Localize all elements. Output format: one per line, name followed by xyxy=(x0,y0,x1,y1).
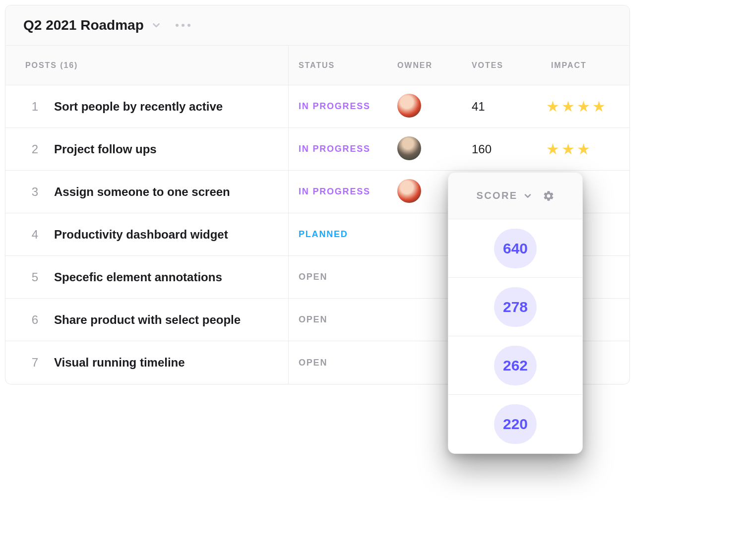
status-badge[interactable]: IN PROGRESS xyxy=(288,128,387,170)
owner-cell xyxy=(387,94,462,120)
avatar[interactable] xyxy=(397,136,421,160)
impact-stars: ★★★★ xyxy=(541,99,630,114)
card-header: Q2 2021 Roadmap xyxy=(5,5,629,46)
score-pill: 278 xyxy=(494,287,537,327)
post-cell: 6Share product with select people xyxy=(5,313,288,327)
post-title[interactable]: Sort people by recently active xyxy=(54,100,223,114)
score-pill: 640 xyxy=(494,229,537,268)
col-owner[interactable]: OWNER xyxy=(387,61,462,70)
post-title[interactable]: Visual running timeline xyxy=(54,356,185,370)
status-badge[interactable]: OPEN xyxy=(288,299,387,341)
star-icon: ★ xyxy=(561,142,575,157)
impact-stars: ★★★ xyxy=(541,142,630,157)
post-cell: 4Productivity dashboard widget xyxy=(5,228,288,242)
chevron-down-icon[interactable] xyxy=(151,20,162,31)
status-badge[interactable]: PLANNED xyxy=(288,213,387,255)
score-row[interactable]: 262 xyxy=(448,336,582,395)
star-icon: ★ xyxy=(546,142,559,157)
score-row[interactable]: 278 xyxy=(448,278,582,336)
post-cell: 1Sort people by recently active xyxy=(5,100,288,114)
avatar[interactable] xyxy=(397,179,421,203)
post-cell: 7Visual running timeline xyxy=(5,356,288,370)
post-title[interactable]: Specefic element annotations xyxy=(54,270,222,284)
avatar[interactable] xyxy=(397,94,421,118)
post-cell: 5Specefic element annotations xyxy=(5,270,288,284)
post-title[interactable]: Share product with select people xyxy=(54,313,241,327)
gear-icon[interactable] xyxy=(543,190,555,202)
star-icon: ★ xyxy=(546,99,559,114)
star-icon: ★ xyxy=(577,142,590,157)
more-menu-button[interactable] xyxy=(176,24,190,27)
col-status[interactable]: STATUS xyxy=(288,46,387,85)
score-row[interactable]: 640 xyxy=(448,219,582,278)
post-title[interactable]: Productivity dashboard widget xyxy=(54,228,228,242)
row-index: 5 xyxy=(12,270,38,284)
row-index: 2 xyxy=(12,142,38,156)
owner-cell xyxy=(387,136,462,162)
table-row[interactable]: 2Project follow upsIN PROGRESS160★★★ xyxy=(5,128,629,171)
score-pill: 220 xyxy=(494,404,537,444)
score-row[interactable]: 220 xyxy=(448,395,582,453)
score-pill: 262 xyxy=(494,346,537,385)
table-row[interactable]: 1Sort people by recently activeIN PROGRE… xyxy=(5,85,629,128)
post-cell: 3Assign someone to one screen xyxy=(5,185,288,199)
columns-header: POSTS (16) STATUS OWNER VOTES IMPACT xyxy=(5,46,629,85)
row-index: 1 xyxy=(12,100,38,114)
star-icon: ★ xyxy=(577,99,590,114)
status-badge[interactable]: OPEN xyxy=(288,256,387,298)
chevron-down-icon[interactable] xyxy=(523,191,533,201)
status-badge[interactable]: IN PROGRESS xyxy=(288,171,387,213)
star-icon: ★ xyxy=(592,99,606,114)
star-icon: ★ xyxy=(561,99,575,114)
score-popover-header: SCORE xyxy=(448,173,582,219)
post-cell: 2Project follow ups xyxy=(5,142,288,156)
col-posts[interactable]: POSTS (16) xyxy=(5,61,288,70)
row-index: 7 xyxy=(12,356,38,370)
page-title: Q2 2021 Roadmap xyxy=(23,17,144,33)
score-popover: SCORE 640278262220 xyxy=(448,172,583,454)
row-index: 3 xyxy=(12,185,38,199)
votes-value: 160 xyxy=(462,142,541,156)
col-impact[interactable]: IMPACT xyxy=(541,61,630,70)
row-index: 6 xyxy=(12,313,38,327)
col-votes[interactable]: VOTES xyxy=(462,61,541,70)
score-label[interactable]: SCORE xyxy=(476,190,517,201)
post-title[interactable]: Assign someone to one screen xyxy=(54,185,230,199)
votes-value: 41 xyxy=(462,100,541,114)
roadmap-card: Q2 2021 Roadmap POSTS (16) STATUS OWNER … xyxy=(5,5,630,384)
status-badge[interactable]: IN PROGRESS xyxy=(288,85,387,127)
row-index: 4 xyxy=(12,228,38,242)
status-badge[interactable]: OPEN xyxy=(288,341,387,384)
post-title[interactable]: Project follow ups xyxy=(54,142,157,156)
